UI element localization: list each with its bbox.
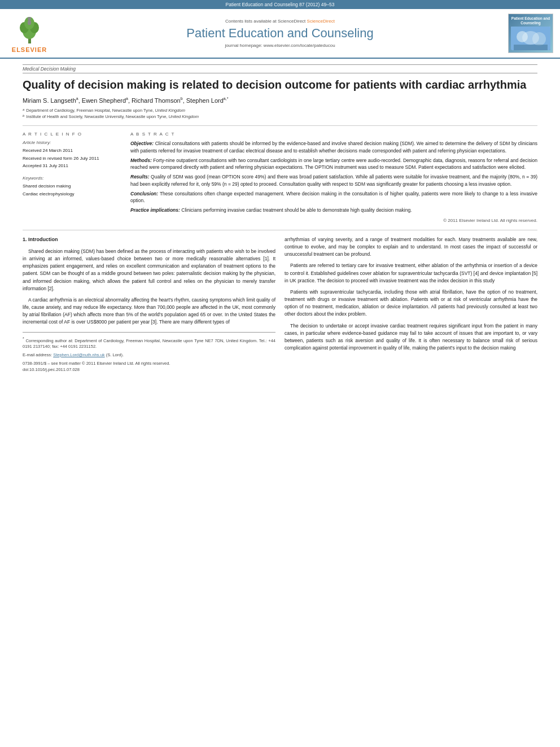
section-label: Medical Decision Making <box>23 64 537 73</box>
keyword-1: Shared decision making <box>23 182 121 190</box>
contents-line: Contents lists available at ScienceDirec… <box>52 19 508 24</box>
svg-rect-6 <box>28 20 31 25</box>
footnote-email: E-mail address: Stephen.Lord@nuth.nhs.uk… <box>23 352 275 358</box>
journal-thumbnail: Patient Education and Counseling <box>508 14 553 53</box>
accepted-date: Accepted 31 July 2011 <box>23 162 121 170</box>
introduction-heading: 1. Introduction <box>23 236 275 244</box>
objective-label: Objective: <box>130 141 154 146</box>
body-content: 1. Introduction Shared decision making (… <box>23 236 537 373</box>
elsevier-wordmark: ELSEVIER <box>12 46 47 53</box>
results-label: Results: <box>130 174 150 180</box>
abstract-objective: Objective: Clinical consultations with p… <box>130 140 537 155</box>
journal-banner: Patient Education and Counseling 87 (201… <box>0 0 560 9</box>
keyword-2: Cardiac electrophysiology <box>23 190 121 198</box>
author-lord: Stephen Lord <box>186 97 224 104</box>
right-para-4: The decision to undertake or accept inva… <box>285 322 537 352</box>
elsevier-logo: ELSEVIER <box>7 14 52 53</box>
abstract-conclusion: Conclusion: These consultations often ch… <box>130 190 537 205</box>
journal-title: Patient Education and Counseling <box>52 26 508 41</box>
article-footer: * Corresponding author at: Department of… <box>23 332 275 373</box>
author-shepherd: Ewen Shepherd <box>82 97 126 104</box>
right-para-3: Patients with supraventricular tachycard… <box>285 289 537 318</box>
body-right-column: arrhythmias of varying severity, and a r… <box>285 236 537 373</box>
thumb-image <box>511 27 550 50</box>
section-divider <box>23 230 537 230</box>
intro-para-1: Shared decision making (SDM) has been de… <box>23 248 275 292</box>
svg-point-5 <box>28 17 31 20</box>
right-para-1: arrhythmias of varying severity, and a r… <box>285 236 537 259</box>
results-text: Quality of SDM was good (mean OPTION sco… <box>130 174 537 187</box>
methods-text: Forty-nine outpatient consultations with… <box>130 158 537 171</box>
article-info-title: A R T I C L E I N F O <box>23 132 121 137</box>
abstract-methods: Methods: Forty-nine outpatient consultat… <box>130 157 537 172</box>
svg-rect-10 <box>514 45 548 50</box>
article-info-abstract: A R T I C L E I N F O Article history: R… <box>23 125 537 224</box>
practice-text: Clinicians performing invasive cardiac t… <box>181 207 412 213</box>
email-link[interactable]: Stephen.Lord@nuth.nhs.uk <box>53 352 104 357</box>
copyright-line: © 2011 Elsevier Ireland Ltd. All rights … <box>130 217 537 224</box>
abstract-title: A B S T R A C T <box>130 132 537 137</box>
objective-text: Clinical consultations with patients sho… <box>130 141 537 154</box>
article-area: Medical Decision Making Quality of decis… <box>0 59 560 378</box>
affiliation-b: b Institute of Health and Society, Newca… <box>23 113 537 120</box>
thumb-image-graphic <box>511 27 550 50</box>
abstract-panel: A B S T R A C T Objective: Clinical cons… <box>130 132 537 224</box>
affiliation-a: a Department of Cardiology, Freeman Hosp… <box>23 107 537 113</box>
keywords-list: Shared decision making Cardiac electroph… <box>23 182 121 198</box>
elsevier-tree-icon <box>14 14 45 45</box>
banner-text: Patient Education and Counseling 87 (201… <box>226 2 335 7</box>
journal-homepage: journal homepage: www.elsevier.com/locat… <box>52 43 508 48</box>
authors-line: Miriam S. Langsetha, Ewen Shepherda, Ric… <box>23 97 537 104</box>
body-left-column: 1. Introduction Shared decision making (… <box>23 236 275 373</box>
sciencedirect-link[interactable]: ScienceDirect <box>307 19 335 24</box>
article-title: Quality of decision making is related to… <box>23 78 537 92</box>
footer-doi-text: doi:10.1016/j.pec.2011.07.028 <box>23 366 275 373</box>
abstract-practice: Practice implications: Clinicians perfor… <box>130 207 537 214</box>
article-info-panel: A R T I C L E I N F O Article history: R… <box>23 132 121 224</box>
conclusion-text: These consultations often change expecte… <box>130 191 537 204</box>
journal-center: Contents lists available at ScienceDirec… <box>52 19 508 48</box>
revised-date: Received in revised form 26 July 2011 <box>23 155 121 163</box>
author-langseth: Miriam S. Langseth <box>23 97 76 104</box>
keywords-label: Keywords: <box>23 176 121 181</box>
article-dates: Received 24 March 2011 Received in revis… <box>23 147 121 170</box>
abstract-results: Results: Quality of SDM was good (mean O… <box>130 173 537 188</box>
intro-para-2: A cardiac arrhythmia is an electrical ab… <box>23 296 275 326</box>
footer-issn: 0738-3991/$ – see front matter © 2011 El… <box>23 360 275 366</box>
practice-label: Practice implications: <box>130 207 180 213</box>
footnote-corresponding: * Corresponding author at: Department of… <box>23 336 275 350</box>
author-thomson: Richard Thomson <box>132 97 181 104</box>
svg-point-11 <box>522 31 539 45</box>
thumb-title: Patient Education and Counseling <box>511 16 550 25</box>
methods-label: Methods: <box>130 158 152 163</box>
affiliations: a Department of Cardiology, Freeman Hosp… <box>23 107 537 120</box>
abstract-body: Objective: Clinical consultations with p… <box>130 140 537 224</box>
journal-header: ELSEVIER Contents lists available at Sci… <box>0 9 560 59</box>
conclusion-label: Conclusion: <box>130 191 158 196</box>
right-para-2: Patients are referred to tertiary care f… <box>285 262 537 285</box>
article-history-label: Article history: <box>23 140 121 145</box>
received-date: Received 24 March 2011 <box>23 147 121 155</box>
